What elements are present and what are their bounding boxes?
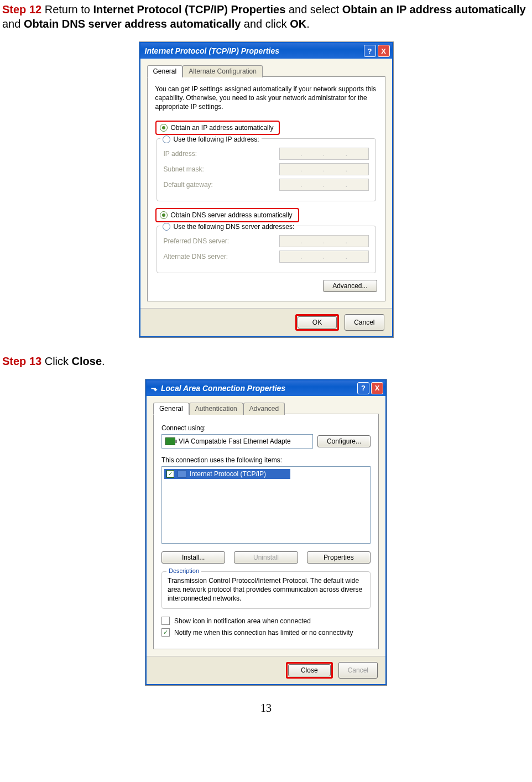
tab-general[interactable]: General <box>147 65 183 77</box>
advanced-button[interactable]: Advanced... <box>323 280 377 292</box>
protocol-icon <box>178 470 186 478</box>
lan-properties-dialog: ⬎Local Area Connection Properties ? X Ge… <box>145 379 387 686</box>
titlebar[interactable]: Internet Protocol (TCP/IP) Properties ? … <box>140 43 392 59</box>
highlight-obtain-dns: Obtain DNS server address automatically <box>155 208 299 222</box>
radio-obtain-dns[interactable] <box>160 211 168 219</box>
preferred-dns-label: Preferred DNS server: <box>164 237 230 245</box>
cancel-button[interactable]: Cancel <box>345 314 384 331</box>
help-button[interactable]: ? <box>357 382 369 394</box>
step13-text: Step 13 Click Close. <box>2 354 530 368</box>
subnet-mask-label: Subnet mask: <box>164 165 204 173</box>
description-legend: Description <box>166 567 201 574</box>
radio-obtain-ip[interactable] <box>160 124 168 132</box>
items-listbox[interactable]: ✓ Internet Protocol (TCP/IP) <box>161 466 371 544</box>
adapter-field[interactable]: VIA Compatable Fast Ethernet Adapte <box>161 434 313 449</box>
close-icon[interactable]: X <box>378 45 390 57</box>
ip-address-input[interactable]: ... <box>279 148 369 160</box>
description-text: Transmission Control Protocol/Internet P… <box>168 576 364 603</box>
tab-alternate[interactable]: Alternate Configuration <box>182 65 263 77</box>
description-box: Description Transmission Control Protoco… <box>161 571 371 609</box>
connection-icon: ⬎ <box>151 384 158 393</box>
cancel-button: Cancel <box>338 662 378 679</box>
dialog-title: Local Area Connection Properties <box>161 384 285 393</box>
adapter-name: VIA Compatable Fast Ethernet Adapte <box>179 437 291 445</box>
checkbox-notify-label: Notify me when this connection has limit… <box>174 629 353 637</box>
step13-label: Step 13 <box>2 355 41 367</box>
tcpip-properties-dialog: Internet Protocol (TCP/IP) Properties ? … <box>139 42 393 337</box>
radio-obtain-ip-label: Obtain an IP address automatically <box>171 124 274 132</box>
tab-advanced[interactable]: Advanced <box>243 403 285 415</box>
default-gateway-input[interactable]: ... <box>279 179 369 191</box>
radio-use-ip[interactable] <box>163 135 170 143</box>
connect-using-label: Connect using: <box>161 424 371 432</box>
dialog-title: Internet Protocol (TCP/IP) Properties <box>145 46 279 55</box>
list-item[interactable]: ✓ Internet Protocol (TCP/IP) <box>164 469 290 479</box>
checkbox-show-icon-label: Show icon in notification area when conn… <box>174 617 311 625</box>
highlight-ok: OK <box>295 314 339 331</box>
highlight-obtain-ip: Obtain an IP address automatically <box>155 121 280 135</box>
radio-use-dns[interactable] <box>163 223 170 231</box>
connection-uses-label: This connection uses the following items… <box>161 456 371 464</box>
step12-label: Step 12 <box>2 3 41 15</box>
configure-button[interactable]: Configure... <box>317 435 371 447</box>
highlight-close: Close <box>286 662 333 679</box>
ip-address-label: IP address: <box>164 150 197 158</box>
list-item-label: Internet Protocol (TCP/IP) <box>190 470 266 478</box>
preferred-dns-input[interactable]: ... <box>279 235 369 247</box>
radio-obtain-dns-label: Obtain DNS server address automatically <box>171 211 293 219</box>
alternate-dns-input[interactable]: ... <box>279 251 369 263</box>
step12-text: Step 12 Return to Internet Protocol (TCP… <box>2 2 530 31</box>
help-button[interactable]: ? <box>364 45 376 57</box>
install-button[interactable]: Install... <box>161 551 225 564</box>
nic-icon <box>165 437 175 445</box>
ok-button[interactable]: OK <box>298 316 337 329</box>
alternate-dns-label: Alternate DNS server: <box>164 253 228 260</box>
checkbox-show-icon[interactable] <box>161 617 170 625</box>
subnet-mask-input[interactable]: ... <box>279 163 369 175</box>
default-gateway-label: Default gateway: <box>164 181 213 189</box>
titlebar[interactable]: ⬎Local Area Connection Properties ? X <box>147 380 385 396</box>
uninstall-button: Uninstall <box>234 551 298 564</box>
page-number: 13 <box>2 702 530 715</box>
checkbox-icon[interactable]: ✓ <box>166 470 174 478</box>
tab-general[interactable]: General <box>153 403 189 415</box>
radio-use-dns-label: Use the following DNS server addresses: <box>174 223 295 231</box>
tab-authentication[interactable]: Authentication <box>189 403 243 415</box>
checkbox-notify[interactable]: ✓ <box>161 628 170 637</box>
close-button[interactable]: Close <box>288 664 331 676</box>
close-icon[interactable]: X <box>371 382 383 394</box>
description-text: You can get IP settings assigned automat… <box>155 85 377 112</box>
radio-use-ip-label: Use the following IP address: <box>174 135 259 143</box>
properties-button[interactable]: Properties <box>307 551 371 564</box>
